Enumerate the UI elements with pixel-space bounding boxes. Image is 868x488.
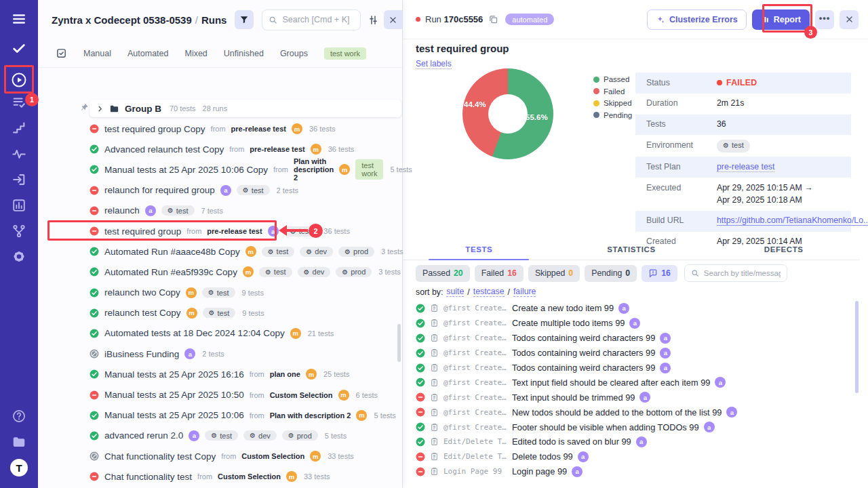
runs-search-input[interactable] bbox=[282, 15, 354, 24]
sort-link-failure[interactable]: failure bbox=[513, 287, 536, 297]
run-list-item[interactable]: Manual tests at 25 Apr 2025 16:16frompla… bbox=[38, 364, 402, 384]
test-row[interactable]: @first Create…Text input should be trimm… bbox=[403, 390, 859, 405]
run-list-item[interactable]: Advanced relaunch test Copyfrompre-relea… bbox=[38, 139, 402, 159]
env-chip[interactable]: ⚙prod bbox=[282, 430, 318, 441]
run-source-plan[interactable]: pre-release test bbox=[250, 145, 304, 153]
select-all-icon[interactable] bbox=[56, 47, 67, 59]
filter-chip-skipped[interactable]: Skipped0 bbox=[528, 265, 580, 282]
legend-item-failed[interactable]: Failed bbox=[593, 87, 632, 96]
import-icon[interactable] bbox=[12, 172, 26, 187]
legend-item-skipped[interactable]: Skipped bbox=[593, 99, 632, 107]
legend-item-passed[interactable]: Passed bbox=[593, 75, 632, 83]
pin-icon[interactable] bbox=[80, 103, 89, 112]
sort-link-suite[interactable]: suite bbox=[446, 287, 464, 297]
run-list-item[interactable]: test required group Copyfrompre-release … bbox=[38, 119, 402, 139]
build-url-link[interactable]: https://github.com/TetianaKhomenko/Lo... bbox=[717, 216, 868, 226]
env-chip[interactable]: ⚙dev bbox=[298, 267, 331, 277]
test-row[interactable]: @first Create…Create a new todo item 99a bbox=[403, 301, 859, 316]
test-row[interactable]: @first Create…Todos containing weird cha… bbox=[403, 331, 859, 346]
runs-panel-close-button[interactable] bbox=[384, 10, 402, 29]
detail-panel-close-button[interactable] bbox=[840, 10, 859, 29]
test-row[interactable]: @first Create…Footer should be visible w… bbox=[403, 420, 859, 434]
chevron-right-icon[interactable] bbox=[96, 105, 104, 113]
run-list-item[interactable]: test required groupfrompre-release testa… bbox=[38, 221, 402, 241]
more-options-button[interactable]: ••• bbox=[815, 10, 834, 29]
reports-chart-icon[interactable] bbox=[12, 198, 26, 213]
run-list-item[interactable]: advanced rerun 2.0a⚙test⚙dev⚙prod5 tests bbox=[38, 426, 402, 446]
run-list-item[interactable]: Automated Run #aaace48b Copym⚙test⚙dev⚙p… bbox=[38, 241, 402, 262]
env-chip[interactable]: ⚙test bbox=[284, 226, 317, 237]
run-source-plan[interactable]: Custom Selection bbox=[218, 472, 281, 481]
report-button[interactable]: Report bbox=[752, 9, 810, 30]
test-row[interactable]: @first Create…Text input field should be… bbox=[403, 375, 859, 390]
run-list-item[interactable]: Chat functionality test CopyfromCustom S… bbox=[38, 446, 402, 466]
run-list-item[interactable]: Automated Run #ea5f939c Copym⚙test⚙dev⚙p… bbox=[38, 262, 402, 282]
env-chip[interactable]: ⚙test bbox=[203, 308, 236, 318]
env-chip[interactable]: ⚙prod bbox=[338, 247, 374, 257]
run-list-item[interactable]: Manual tests at 25 Apr 2025 10:06fromPla… bbox=[38, 405, 402, 426]
detail-panel-scrollbar[interactable] bbox=[855, 301, 859, 393]
legend-item-pending[interactable]: Pending bbox=[593, 111, 632, 119]
env-chip[interactable]: ⚙test bbox=[259, 267, 292, 277]
tab-defects[interactable]: DEFECTS bbox=[707, 241, 860, 260]
run-list-item[interactable]: relauncha⚙test7 tests bbox=[38, 201, 402, 221]
run-list-item[interactable]: Automated tests at 18 Dec 2024 12:04 Cop… bbox=[38, 323, 402, 344]
run-list-item[interactable]: relaunch two Copym⚙test9 tests bbox=[38, 283, 402, 303]
env-chip[interactable]: ⚙test bbox=[237, 185, 270, 195]
run-source-plan[interactable]: Custom Selection bbox=[241, 452, 304, 460]
run-source-plan[interactable]: pre-release test bbox=[207, 227, 262, 235]
run-source-plan[interactable]: Plan with description 2 bbox=[294, 157, 334, 182]
settings-gear-icon[interactable] bbox=[12, 249, 26, 264]
app-logo[interactable]: T bbox=[10, 459, 28, 476]
comments-filter-chip[interactable]: 16 bbox=[642, 265, 677, 282]
runs-play-icon[interactable] bbox=[11, 72, 27, 88]
run-tag-chip[interactable]: test work bbox=[355, 159, 383, 180]
env-chip[interactable]: ⚙test bbox=[205, 430, 238, 441]
run-list-item[interactable]: Chat functionality testfromCustom Select… bbox=[38, 466, 402, 487]
set-labels-link[interactable]: Set labels bbox=[416, 59, 452, 69]
milestones-steps-icon[interactable] bbox=[12, 121, 26, 136]
test-plans-icon[interactable] bbox=[12, 95, 26, 110]
runs-tab-manual[interactable]: Manual bbox=[83, 49, 111, 58]
tests-check-icon[interactable] bbox=[12, 41, 26, 56]
run-source-plan[interactable]: plan one bbox=[270, 370, 300, 378]
env-chip[interactable]: ⚙test bbox=[717, 140, 750, 152]
run-source-plan[interactable]: Custom Selection bbox=[270, 391, 333, 399]
run-list-item[interactable]: iBusiness Fundinga2 tests bbox=[38, 344, 402, 364]
env-chip[interactable]: ⚙dev bbox=[300, 247, 333, 257]
group-row[interactable]: Group B 70 tests 28 runs bbox=[90, 100, 401, 117]
filter-chip-failed[interactable]: Failed16 bbox=[475, 265, 524, 282]
runs-tab-groups[interactable]: Groups bbox=[280, 49, 308, 58]
branches-icon[interactable] bbox=[12, 224, 26, 239]
test-row[interactable]: Edit/Delete T…Edited todo is saved on bl… bbox=[403, 434, 859, 449]
sort-link-testcase[interactable]: testcase bbox=[473, 287, 505, 297]
test-row[interactable]: Login Page 99Login page 99a bbox=[403, 464, 859, 479]
test-row[interactable]: @first Create…Todos containing weird cha… bbox=[403, 346, 859, 361]
test-row[interactable]: @first Create…New todos should be added … bbox=[403, 405, 859, 420]
runs-tab-unfinished[interactable]: Unfinished bbox=[224, 49, 264, 58]
tab-tests[interactable]: TESTS bbox=[403, 241, 555, 260]
env-chip[interactable]: ⚙prod bbox=[336, 267, 372, 277]
tests-search-input[interactable] bbox=[704, 269, 781, 277]
help-icon[interactable] bbox=[12, 409, 26, 424]
env-chip[interactable]: ⚙test bbox=[161, 205, 195, 216]
tab-statistics[interactable]: STATISTICS bbox=[555, 241, 708, 260]
test-plan-link[interactable]: pre-release test bbox=[717, 162, 774, 172]
copy-icon[interactable] bbox=[488, 14, 498, 24]
analytics-pulse-icon[interactable] bbox=[12, 146, 26, 161]
tag-filter-chip[interactable]: test work bbox=[324, 47, 366, 60]
filter-chip-pending[interactable]: Pending0 bbox=[585, 265, 637, 282]
run-list-item[interactable]: relaunch for required groupa⚙test2 tests bbox=[38, 180, 402, 201]
runs-tab-mixed[interactable]: Mixed bbox=[184, 49, 207, 58]
env-chip[interactable]: ⚙dev bbox=[243, 430, 277, 441]
test-row[interactable]: @first Create…Todos containing weird cha… bbox=[403, 361, 859, 375]
run-source-plan[interactable]: Plan with description 2 bbox=[270, 411, 351, 420]
run-list-item[interactable]: relaunch test Copym⚙test9 tests bbox=[38, 303, 402, 323]
env-chip[interactable]: ⚙test bbox=[202, 287, 235, 298]
run-source-plan[interactable]: pre-release test bbox=[231, 125, 286, 133]
test-row[interactable]: @first Create…Create multiple todo items… bbox=[403, 316, 859, 331]
projects-folder-icon[interactable] bbox=[12, 434, 26, 449]
runs-panel-scrollbar[interactable] bbox=[397, 324, 401, 362]
view-settings-icon[interactable] bbox=[368, 14, 379, 26]
clusterize-errors-button[interactable]: Clusterize Errors bbox=[647, 9, 747, 30]
